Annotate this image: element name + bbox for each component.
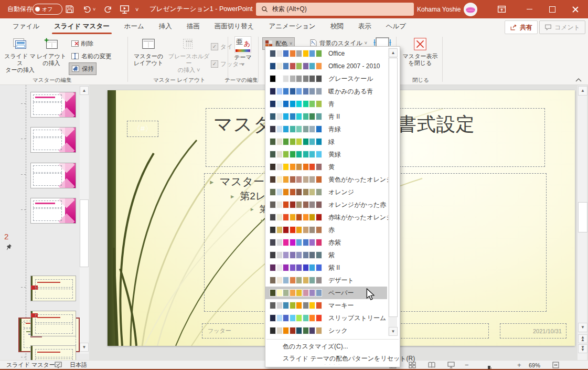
insert-slide-master-button[interactable]: スライド マス ターの挿入 xyxy=(3,36,37,73)
minimize-button[interactable] xyxy=(517,0,541,18)
ribbon-display-options-icon[interactable] xyxy=(497,0,506,18)
color-scheme-item-紫 II[interactable]: 紫 II xyxy=(265,261,387,274)
layout-thumbnail-yellow[interactable] xyxy=(30,345,76,360)
bullet-icon: ► xyxy=(230,194,235,199)
collapse-ribbon-icon[interactable] xyxy=(575,76,582,81)
scrollbar-thumb[interactable] xyxy=(389,58,398,317)
menu-scrollbar[interactable]: ▲ ▼ xyxy=(388,48,397,336)
tab-ホーム[interactable]: ホーム xyxy=(117,18,152,35)
color-scheme-item-オレンジ[interactable]: オレンジ xyxy=(265,186,387,198)
scroll-up-icon[interactable]: ▲ xyxy=(578,86,587,96)
layout-thumbnail-pink[interactable] xyxy=(30,198,76,224)
tab-スライド マスター[interactable]: スライド マスター xyxy=(47,18,117,35)
color-scheme-item-Office 2007 - 2010[interactable]: Office 2007 - 2010 xyxy=(265,60,387,72)
previous-slide-icon[interactable]: ▲▲ xyxy=(578,334,587,343)
color-scheme-label: オレンジ xyxy=(328,188,354,197)
tab-画面切り替え[interactable]: 画面切り替え xyxy=(207,18,262,35)
color-scheme-item-緑[interactable]: 緑 xyxy=(265,135,387,148)
slide-number-placeholder[interactable]: 〈#〉 xyxy=(127,121,158,137)
color-chip xyxy=(283,264,289,271)
color-scheme-item-シック[interactable]: シック xyxy=(265,324,387,337)
color-chip xyxy=(283,314,289,322)
search-box[interactable]: 検索 (Alt+Q) xyxy=(256,3,414,16)
scroll-up-icon[interactable]: ▲ xyxy=(389,48,398,57)
undo-icon[interactable]: ˅ xyxy=(82,0,95,18)
accessibility-icon[interactable] xyxy=(55,361,62,369)
color-scheme-item-赤紫[interactable]: 赤紫 xyxy=(265,236,387,249)
fit-to-window-icon[interactable] xyxy=(552,361,560,369)
thumbnail-scrollbar[interactable]: ▲ ▼ xyxy=(80,86,89,354)
close-button[interactable] xyxy=(563,0,587,18)
zoom-level-label[interactable]: 69% xyxy=(529,361,540,369)
language-label[interactable]: 日本語 xyxy=(70,361,87,369)
scroll-down-icon[interactable]: ▼ xyxy=(578,323,587,332)
insert-placeholder-button[interactable]: プレースホルダー の挿入 ˅ xyxy=(168,36,210,73)
reading-view-icon[interactable] xyxy=(428,361,435,369)
color-scheme-item-紫[interactable]: 紫 xyxy=(265,249,387,261)
close-master-view-button[interactable]: マスター表示 を閉じる xyxy=(400,36,441,67)
slideshow-icon[interactable] xyxy=(120,0,130,18)
tab-表示[interactable]: 表示 xyxy=(351,18,379,35)
color-scheme-item-黄[interactable]: 黄 xyxy=(265,161,387,173)
layout-thumbnail-yellow[interactable] xyxy=(30,311,76,336)
redo-icon[interactable] xyxy=(103,0,113,18)
layout-thumbnail-pink[interactable] xyxy=(30,92,76,118)
scroll-up-icon[interactable]: ▲ xyxy=(80,86,89,95)
save-icon[interactable] xyxy=(65,0,74,18)
tab-ヘルプ[interactable]: ヘルプ xyxy=(379,18,413,35)
color-scheme-item-デザート[interactable]: デザート xyxy=(265,274,387,287)
comments-button[interactable]: コメント xyxy=(539,20,585,34)
customize-colors-item[interactable]: 色のカスタマイズ(C)... xyxy=(283,342,348,351)
scroll-down-icon[interactable]: ▼ xyxy=(80,343,89,352)
view-status-label[interactable]: スライド マスター xyxy=(6,361,55,369)
color-chip xyxy=(316,327,322,334)
insert-layout-button[interactable]: レイアウト の挿入 xyxy=(36,36,67,67)
layout-thumbnail-pink[interactable] xyxy=(30,163,76,188)
insert-placeholder-icon xyxy=(181,36,197,52)
color-scheme-item-グレースケール[interactable]: グレースケール xyxy=(265,72,387,85)
color-scheme-item-Office[interactable]: Office xyxy=(265,47,387,60)
color-scheme-item-黄緑[interactable]: 黄緑 xyxy=(265,148,387,161)
user-name[interactable]: Kohama Yoshie xyxy=(417,0,461,18)
color-scheme-item-暖かみのある青[interactable]: 暖かみのある青 xyxy=(265,85,387,98)
date-placeholder[interactable]: 2021/10/31 xyxy=(500,323,566,339)
themes-button[interactable]: 亜 あ テーマ ˅ xyxy=(229,36,257,67)
zoom-out-button[interactable]: − xyxy=(465,361,469,369)
tab-校閲[interactable]: 校閲 xyxy=(323,18,351,35)
color-chip xyxy=(283,163,289,171)
maximize-button[interactable] xyxy=(540,0,564,18)
delete-button[interactable]: 削除 xyxy=(69,38,95,49)
layout-thumbnail-pink[interactable] xyxy=(30,127,76,153)
tab-挿入[interactable]: 挿入 xyxy=(152,18,179,35)
color-chip xyxy=(303,100,309,108)
scrollbar-thumb[interactable] xyxy=(80,199,89,267)
tab-描画[interactable]: 描画 xyxy=(179,18,207,35)
tab-アニメーション[interactable]: アニメーション xyxy=(261,18,323,35)
scrollbar-thumb[interactable] xyxy=(578,202,587,232)
master-layout-button[interactable]: マスターの レイアウト xyxy=(131,36,166,67)
rename-button[interactable]: 名前の変更 xyxy=(69,50,114,62)
quick-access-chevron-icon[interactable]: ˅ xyxy=(135,0,138,18)
slideshow-view-icon[interactable] xyxy=(447,361,455,369)
zoom-in-button[interactable]: + xyxy=(517,361,521,369)
color-scheme-item-青[interactable]: 青 xyxy=(265,98,387,110)
color-scheme-label: 黄色がかったオレンジ xyxy=(328,175,392,184)
color-scheme-item-スリップストリーム[interactable]: スリップストリーム xyxy=(265,312,387,324)
layout-thumbnail-yellow[interactable] xyxy=(30,276,76,301)
color-scheme-item-黄色がかったオレンジ[interactable]: 黄色がかったオレンジ xyxy=(265,173,387,186)
menu-resize-grip[interactable]: · · · · xyxy=(265,362,400,367)
preserve-button[interactable]: 保持 xyxy=(69,62,97,75)
avatar[interactable] xyxy=(464,0,477,18)
color-chip xyxy=(270,214,276,221)
share-button[interactable]: 共有 xyxy=(505,20,538,34)
slide-scrollbar[interactable]: ▲ ▼ ▲▲ ▼▼ xyxy=(578,86,587,360)
autosave-toggle[interactable]: オフ xyxy=(33,0,62,18)
color-scheme-item-オレンジがかった赤[interactable]: オレンジがかった赤 xyxy=(265,198,387,211)
color-scheme-item-赤[interactable]: 赤 xyxy=(265,224,387,236)
tab-ファイル[interactable]: ファイル xyxy=(5,18,47,35)
color-scheme-item-青 II[interactable]: 青 II xyxy=(265,110,387,123)
scroll-down-icon[interactable]: ▼ xyxy=(389,327,398,336)
color-scheme-item-青緑[interactable]: 青緑 xyxy=(265,123,387,135)
color-scheme-item-赤味がかったオレンジ[interactable]: 赤味がかったオレンジ xyxy=(265,211,387,224)
next-slide-icon[interactable]: ▼▼ xyxy=(578,344,587,353)
